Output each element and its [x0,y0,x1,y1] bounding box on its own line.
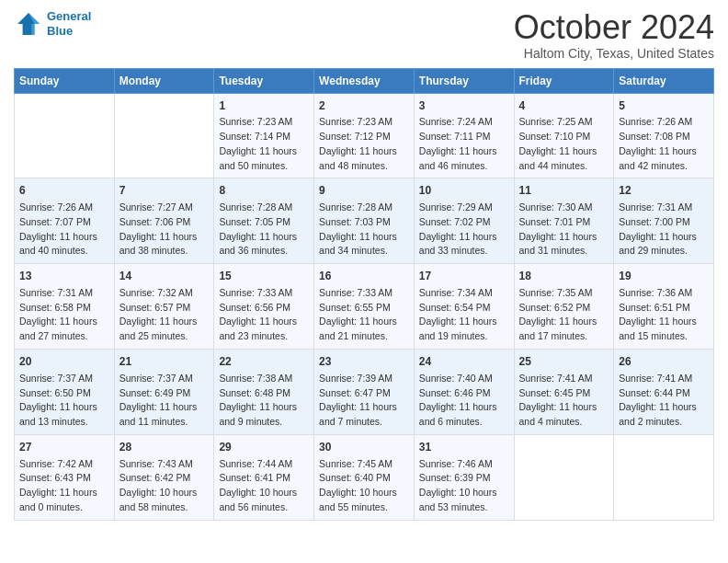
day-number: 12 [619,183,709,199]
day-info: Sunrise: 7:26 AMSunset: 7:08 PMDaylight:… [619,115,709,173]
logo-icon [14,9,43,39]
calendar-cell: 14Sunrise: 7:32 AMSunset: 6:57 PMDayligh… [114,264,214,350]
logo-text: General Blue [47,9,91,38]
calendar-cell: 26Sunrise: 7:41 AMSunset: 6:44 PMDayligh… [614,349,714,434]
day-info: Sunrise: 7:41 AMSunset: 6:45 PMDaylight:… [519,372,609,430]
day-info: Sunrise: 7:23 AMSunset: 7:14 PMDaylight:… [219,115,309,173]
day-number: 27 [19,440,109,455]
title-area: October 2024 Haltom City, Texas, United … [514,9,714,61]
day-number: 6 [19,183,109,199]
day-number: 13 [19,269,109,284]
day-info: Sunrise: 7:37 AMSunset: 6:50 PMDaylight:… [19,372,109,430]
day-number: 3 [419,98,509,114]
calendar-cell: 31Sunrise: 7:46 AMSunset: 6:39 PMDayligh… [414,434,514,520]
day-info: Sunrise: 7:35 AMSunset: 6:52 PMDaylight:… [519,286,609,344]
calendar-cell: 13Sunrise: 7:31 AMSunset: 6:58 PMDayligh… [15,264,115,350]
day-number: 15 [219,269,309,284]
logo-line1: General [47,9,91,23]
location: Haltom City, Texas, United States [514,46,714,61]
col-friday: Friday [514,68,614,93]
day-info: Sunrise: 7:25 AMSunset: 7:10 PMDaylight:… [519,115,609,173]
day-info: Sunrise: 7:46 AMSunset: 6:39 PMDaylight:… [419,457,509,515]
col-tuesday: Tuesday [214,68,314,93]
calendar-week-1: 1Sunrise: 7:23 AMSunset: 7:14 PMDaylight… [15,93,714,178]
day-number: 10 [419,183,509,199]
day-info: Sunrise: 7:30 AMSunset: 7:01 PMDaylight:… [519,201,609,259]
col-wednesday: Wednesday [314,68,415,93]
col-thursday: Thursday [414,68,514,93]
col-saturday: Saturday [614,68,714,93]
day-info: Sunrise: 7:26 AMSunset: 7:07 PMDaylight:… [19,201,109,259]
calendar-cell: 4Sunrise: 7:25 AMSunset: 7:10 PMDaylight… [514,93,614,178]
calendar-cell: 24Sunrise: 7:40 AMSunset: 6:46 PMDayligh… [414,349,514,434]
day-info: Sunrise: 7:39 AMSunset: 6:47 PMDaylight:… [319,372,409,430]
day-number: 26 [619,354,709,370]
day-number: 14 [119,269,210,284]
day-number: 17 [419,269,509,284]
calendar-cell: 28Sunrise: 7:43 AMSunset: 6:42 PMDayligh… [114,434,214,520]
day-info: Sunrise: 7:31 AMSunset: 7:00 PMDaylight:… [619,201,709,259]
day-number: 21 [119,354,210,370]
day-info: Sunrise: 7:36 AMSunset: 6:51 PMDaylight:… [619,286,709,344]
day-number: 30 [319,440,409,455]
day-info: Sunrise: 7:31 AMSunset: 6:58 PMDaylight:… [19,286,109,344]
day-info: Sunrise: 7:44 AMSunset: 6:41 PMDaylight:… [219,457,309,515]
calendar-week-3: 13Sunrise: 7:31 AMSunset: 6:58 PMDayligh… [15,264,714,350]
logo-line2: Blue [47,24,73,38]
day-number: 16 [319,269,409,284]
calendar-cell: 17Sunrise: 7:34 AMSunset: 6:54 PMDayligh… [414,264,514,350]
calendar-cell: 3Sunrise: 7:24 AMSunset: 7:11 PMDaylight… [414,93,514,178]
calendar-cell: 30Sunrise: 7:45 AMSunset: 6:40 PMDayligh… [314,434,415,520]
day-number: 23 [319,354,409,370]
day-number: 24 [419,354,509,370]
day-number: 1 [219,98,309,114]
calendar-cell: 5Sunrise: 7:26 AMSunset: 7:08 PMDaylight… [614,93,714,178]
calendar-cell [514,434,614,520]
calendar-cell: 15Sunrise: 7:33 AMSunset: 6:56 PMDayligh… [214,264,314,350]
day-info: Sunrise: 7:43 AMSunset: 6:42 PMDaylight:… [119,457,210,515]
day-number: 29 [219,440,309,455]
calendar-week-2: 6Sunrise: 7:26 AMSunset: 7:07 PMDaylight… [15,178,714,264]
calendar-cell: 16Sunrise: 7:33 AMSunset: 6:55 PMDayligh… [314,264,415,350]
calendar-cell: 9Sunrise: 7:28 AMSunset: 7:03 PMDaylight… [314,178,415,264]
day-number: 4 [519,98,609,114]
day-info: Sunrise: 7:42 AMSunset: 6:43 PMDaylight:… [19,457,109,515]
day-info: Sunrise: 7:34 AMSunset: 6:54 PMDaylight:… [419,286,509,344]
day-info: Sunrise: 7:40 AMSunset: 6:46 PMDaylight:… [419,372,509,430]
calendar-cell [15,93,115,178]
day-number: 2 [319,98,409,114]
day-number: 28 [119,440,210,455]
calendar-cell: 18Sunrise: 7:35 AMSunset: 6:52 PMDayligh… [514,264,614,350]
col-monday: Monday [114,68,214,93]
calendar-cell: 29Sunrise: 7:44 AMSunset: 6:41 PMDayligh… [214,434,314,520]
logo: General Blue [14,9,91,39]
day-info: Sunrise: 7:29 AMSunset: 7:02 PMDaylight:… [419,201,509,259]
calendar-cell [614,434,714,520]
day-number: 19 [619,269,709,284]
day-info: Sunrise: 7:27 AMSunset: 7:06 PMDaylight:… [119,201,210,259]
page-header: General Blue October 2024 Haltom City, T… [14,9,714,61]
day-info: Sunrise: 7:24 AMSunset: 7:11 PMDaylight:… [419,115,509,173]
calendar-cell: 7Sunrise: 7:27 AMSunset: 7:06 PMDaylight… [114,178,214,264]
day-number: 7 [119,183,210,199]
calendar-cell: 20Sunrise: 7:37 AMSunset: 6:50 PMDayligh… [15,349,115,434]
day-number: 31 [419,440,509,455]
calendar-cell: 6Sunrise: 7:26 AMSunset: 7:07 PMDaylight… [15,178,115,264]
day-number: 11 [519,183,609,199]
day-number: 8 [219,183,309,199]
calendar-cell [114,93,214,178]
day-number: 9 [319,183,409,199]
calendar-cell: 21Sunrise: 7:37 AMSunset: 6:49 PMDayligh… [114,349,214,434]
calendar-table: Sunday Monday Tuesday Wednesday Thursday… [14,68,714,521]
day-info: Sunrise: 7:38 AMSunset: 6:48 PMDaylight:… [219,372,309,430]
day-info: Sunrise: 7:33 AMSunset: 6:55 PMDaylight:… [319,286,409,344]
day-info: Sunrise: 7:23 AMSunset: 7:12 PMDaylight:… [319,115,409,173]
calendar-cell: 19Sunrise: 7:36 AMSunset: 6:51 PMDayligh… [614,264,714,350]
calendar-week-5: 27Sunrise: 7:42 AMSunset: 6:43 PMDayligh… [15,434,714,520]
day-number: 22 [219,354,309,370]
day-info: Sunrise: 7:33 AMSunset: 6:56 PMDaylight:… [219,286,309,344]
calendar-cell: 2Sunrise: 7:23 AMSunset: 7:12 PMDaylight… [314,93,415,178]
day-info: Sunrise: 7:28 AMSunset: 7:03 PMDaylight:… [319,201,409,259]
calendar-cell: 23Sunrise: 7:39 AMSunset: 6:47 PMDayligh… [314,349,415,434]
header-row: Sunday Monday Tuesday Wednesday Thursday… [15,68,714,93]
